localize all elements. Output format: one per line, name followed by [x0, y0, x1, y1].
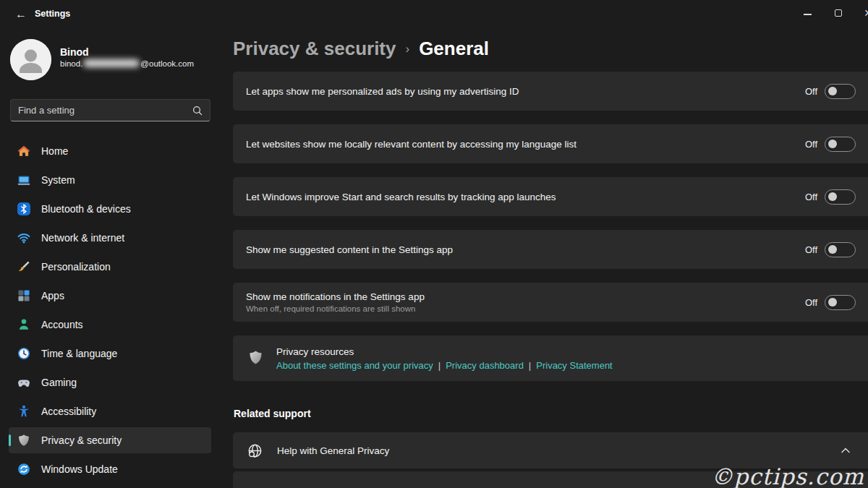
personalization-icon — [17, 260, 30, 273]
toggle-switch[interactable] — [825, 84, 856, 99]
toggle-switch[interactable] — [825, 189, 856, 205]
sidebar-item-label: Home — [41, 145, 68, 157]
back-button[interactable]: ← — [12, 6, 30, 23]
sidebar-item-label: Network & internet — [41, 232, 124, 244]
titlebar: ← Settings ✕ — [0, 0, 868, 29]
toggle-state-label: Off — [805, 192, 817, 202]
toggle-switch[interactable] — [825, 295, 856, 310]
search-input[interactable] — [18, 105, 192, 116]
sidebar-item-label: Privacy & security — [41, 435, 122, 446]
gaming-icon — [17, 376, 30, 389]
sidebar-item-gaming[interactable]: Gaming — [9, 369, 211, 395]
main-content: Privacy & security › General Let apps sh… — [233, 29, 868, 488]
bluetooth-icon — [17, 202, 30, 215]
apps-icon — [17, 289, 30, 302]
sidebar-item-label: Time & language — [41, 348, 117, 359]
setting-label: Let apps show me personalized ads by usi… — [246, 86, 805, 97]
sidebar-item-windows-update[interactable]: Windows Update — [9, 456, 211, 482]
sidebar: Binod binod.@outlook.com HomeSystemBluet… — [0, 29, 217, 488]
sidebar-item-privacy-security[interactable]: Privacy & security — [9, 427, 211, 453]
sidebar-item-label: Apps — [41, 290, 64, 301]
privacy-resources-title: Privacy resources — [276, 346, 613, 357]
search-box — [10, 99, 210, 121]
home-icon — [17, 145, 30, 158]
sidebar-item-accounts[interactable]: Accounts — [9, 312, 211, 338]
privacy-link[interactable]: Privacy dashboard — [446, 360, 524, 371]
settings-rows: Let apps show me personalized ads by usi… — [233, 72, 868, 381]
time-language-icon — [17, 347, 30, 360]
breadcrumb-chevron-icon: › — [405, 42, 409, 56]
sidebar-item-label: System — [41, 174, 75, 186]
toggle-knob — [828, 298, 837, 307]
sidebar-nav: HomeSystemBluetooth & devicesNetwork & i… — [0, 138, 217, 485]
privacy-link[interactable]: Privacy Statement — [536, 360, 613, 371]
sidebar-item-system[interactable]: System — [9, 167, 211, 193]
sidebar-item-network-internet[interactable]: Network & internet — [9, 225, 211, 251]
toggle-switch[interactable] — [825, 242, 856, 257]
setting-label: Let Windows improve Start and search res… — [246, 192, 805, 202]
related-support-heading: Related support — [234, 408, 311, 419]
page-title: General — [419, 38, 489, 60]
toggle-knob — [828, 192, 837, 201]
minimize-icon[interactable] — [804, 14, 812, 15]
sidebar-item-label: Bluetooth & devices — [41, 203, 131, 215]
sidebar-item-label: Gaming — [41, 377, 77, 388]
windows-update-icon — [17, 463, 30, 476]
link-separator: | — [529, 360, 531, 371]
privacy-resources-links: About these settings and your privacy|Pr… — [276, 360, 613, 371]
profile-name: Binod — [60, 46, 89, 58]
shield-icon — [248, 350, 263, 367]
close-icon[interactable]: ✕ — [864, 7, 868, 19]
settings-row: Show me suggested content in the Setting… — [233, 230, 868, 269]
profile-email: binod.@outlook.com — [60, 59, 194, 69]
help-label: Help with General Privacy — [277, 445, 841, 456]
toggle-knob — [828, 245, 837, 254]
sidebar-item-label: Accounts — [41, 319, 83, 330]
toggle-state-label: Off — [805, 244, 817, 255]
toggle-switch[interactable] — [825, 137, 856, 152]
setting-sublabel: When off, required notifications are sti… — [246, 304, 805, 313]
app-title: Settings — [35, 9, 70, 19]
sidebar-item-time-language[interactable]: Time & language — [9, 341, 211, 367]
toggle-knob — [828, 87, 837, 95]
sidebar-item-accessibility[interactable]: Accessibility — [9, 398, 211, 424]
chevron-up-icon[interactable] — [841, 447, 851, 454]
setting-label: Show me suggested content in the Setting… — [246, 244, 805, 255]
sidebar-item-personalization[interactable]: Personalization — [9, 254, 211, 280]
maximize-icon[interactable] — [835, 9, 842, 17]
sidebar-item-bluetooth-devices[interactable]: Bluetooth & devices — [9, 196, 211, 222]
blurred-email-segment — [83, 59, 140, 67]
network-icon — [17, 231, 30, 244]
system-icon — [17, 174, 30, 187]
sidebar-item-label: Accessibility — [41, 406, 96, 417]
toggle-state-label: Off — [805, 139, 817, 150]
sidebar-item-apps[interactable]: Apps — [9, 283, 211, 309]
sidebar-item-label: Personalization — [41, 261, 111, 273]
globe-search-icon — [247, 443, 263, 458]
breadcrumb: Privacy & security › General — [233, 38, 489, 60]
setting-label: Show me notifications in the Settings ap… — [246, 291, 805, 302]
privacy-link[interactable]: About these settings and your privacy — [276, 360, 433, 371]
accounts-icon — [17, 318, 30, 331]
sidebar-item-label: Windows Update — [41, 463, 118, 475]
settings-row: Let Windows improve Start and search res… — [233, 177, 868, 216]
breadcrumb-parent[interactable]: Privacy & security — [233, 38, 396, 60]
settings-row: Let websites show me locally relevant co… — [233, 124, 868, 163]
setting-label: Let websites show me locally relevant co… — [246, 139, 805, 150]
search-icon — [192, 106, 203, 116]
privacy-security-icon — [17, 434, 30, 447]
accessibility-icon — [17, 405, 30, 418]
sidebar-item-home[interactable]: Home — [9, 138, 211, 164]
watermark: ©pctips.com — [710, 463, 864, 488]
privacy-resources-card: Privacy resourcesAbout these settings an… — [233, 335, 868, 381]
avatar — [10, 39, 51, 80]
link-separator: | — [438, 360, 441, 371]
toggle-knob — [828, 140, 837, 148]
toggle-state-label: Off — [805, 297, 817, 308]
toggle-state-label: Off — [805, 86, 817, 97]
settings-row: Let apps show me personalized ads by usi… — [233, 72, 868, 111]
settings-row: Show me notifications in the Settings ap… — [233, 283, 868, 322]
